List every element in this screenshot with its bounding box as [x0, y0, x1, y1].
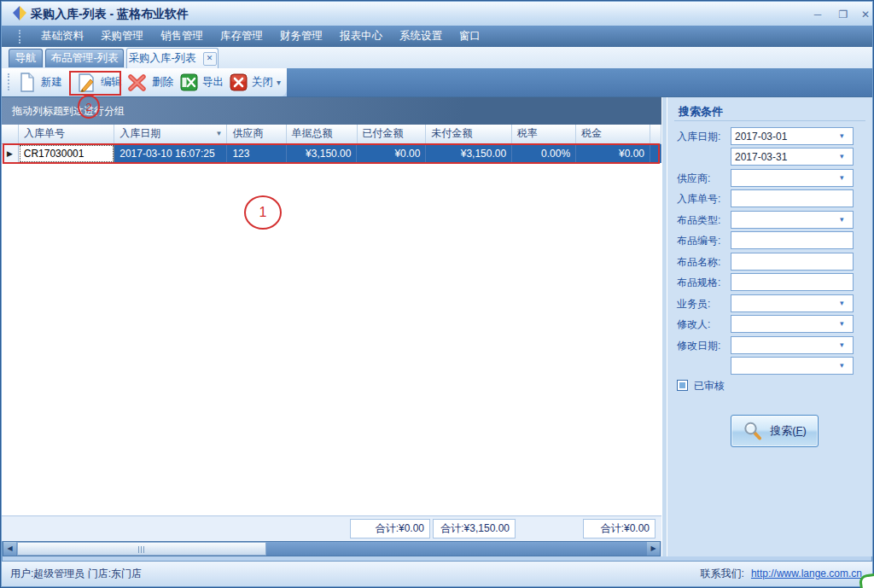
close-button[interactable]: ✕ — [855, 8, 874, 22]
chevron-down-icon[interactable]: ▾ — [840, 361, 844, 370]
column-header-doc-total[interactable]: 单据总额 — [287, 125, 358, 144]
cell-inbound-no[interactable]: CR17030001 — [19, 144, 114, 163]
fabric-spec-input[interactable] — [731, 273, 854, 291]
group-by-hint: 拖动列标题到这进行分组 — [12, 105, 125, 117]
close-view-button[interactable]: 关闭 — [227, 71, 276, 94]
contact-label: 联系我们: — [701, 562, 744, 586]
website-link[interactable]: http://www.lange.com.cn — [751, 562, 862, 586]
tab-navigation[interactable]: 导航 — [9, 49, 43, 67]
maximize-button[interactable]: ❐ — [833, 8, 854, 22]
column-label: 未付金额 — [431, 127, 472, 139]
field-label: 修改人: — [677, 317, 710, 332]
scroll-left-icon[interactable]: ◀ — [3, 542, 16, 556]
search-button-label: 搜索(F) — [770, 423, 807, 439]
menu-item-sales[interactable]: 销售管理 — [158, 27, 206, 45]
column-header-unpaid-amount[interactable]: 未付金额 — [426, 125, 512, 144]
field-fabric-spec: 布品规格: — [667, 273, 872, 291]
panel-splitter[interactable] — [661, 97, 667, 556]
modify-date-to-combo[interactable] — [731, 357, 854, 375]
field-fabric-code: 布品编号: — [667, 231, 872, 249]
grid-header-row: 入库单号 入库日期▼ 供应商 单据总额 已付金额 未付金额 税率 税金 — [2, 125, 661, 144]
menu-item-reports[interactable]: 报表中心 — [337, 27, 385, 45]
column-header-paid-amount[interactable]: 已付金额 — [358, 125, 427, 144]
inbound-date-to-combo[interactable] — [731, 148, 854, 166]
tab-fabric-list[interactable]: 布品管理-列表 — [45, 49, 124, 67]
table-row[interactable]: ▶ CR17030001 2017-03-10 16:07:25 123 ¥3,… — [2, 144, 661, 163]
menu-item-system-settings[interactable]: 系统设置 — [397, 27, 445, 45]
minimize-button[interactable]: ─ — [807, 8, 828, 22]
delete-button[interactable]: 删除 — [124, 71, 176, 94]
totals-strip: 合计:¥0.00 合计:¥3,150.00 合计:¥0.00 — [2, 515, 661, 541]
fabric-code-input[interactable] — [731, 231, 854, 249]
modifier-combo[interactable] — [731, 315, 854, 333]
header-indicator-cell — [2, 125, 19, 144]
column-label: 供应商 — [232, 127, 263, 139]
menu-item-purchase[interactable]: 采购管理 — [98, 27, 146, 45]
field-modify-date-from: 修改日期: ▾ — [667, 336, 872, 354]
edit-button-label: 编辑 — [101, 75, 122, 90]
export-button[interactable]: 导出 — [178, 71, 226, 94]
cell-paid-amount[interactable]: ¥0.00 — [357, 144, 426, 163]
total-paid-amount: 合计:¥0.00 — [350, 519, 430, 539]
cell-tax[interactable]: ¥0.00 — [576, 144, 650, 163]
supplier-combo[interactable] — [731, 169, 854, 187]
close-dropdown-icon[interactable]: ▾ — [277, 78, 281, 87]
salesperson-combo[interactable] — [731, 294, 854, 312]
field-audited: 已审核 — [667, 379, 872, 397]
tab-label: 布品管理-列表 — [50, 51, 118, 66]
chevron-down-icon[interactable]: ▾ — [840, 319, 844, 328]
audited-label: 已审核 — [694, 379, 725, 393]
scroll-right-icon[interactable]: ▶ — [647, 542, 660, 556]
column-header-supplier[interactable]: 供应商 — [227, 125, 286, 144]
cell-inbound-date[interactable]: 2017-03-10 16:07:25 — [114, 144, 227, 163]
chevron-down-icon[interactable]: ▾ — [840, 152, 844, 160]
group-by-bar[interactable]: 拖动列标题到这进行分组 — [2, 97, 661, 125]
tab-label: 采购入库-列表 — [128, 51, 195, 66]
search-icon — [743, 421, 763, 441]
chevron-down-icon[interactable]: ▾ — [840, 131, 844, 140]
menu-item-finance[interactable]: 财务管理 — [277, 27, 325, 45]
horizontal-scrollbar[interactable]: ◀ ▶ — [3, 541, 661, 556]
chevron-down-icon[interactable]: ▾ — [840, 341, 844, 349]
edit-pencil-icon — [76, 73, 96, 93]
column-header-tax-rate[interactable]: 税率 — [512, 125, 576, 144]
inbound-date-from-combo[interactable] — [731, 127, 854, 145]
column-header-inbound-no[interactable]: 入库单号 — [19, 125, 114, 144]
window-title: 采购入库-列表 - 蓝格布业软件 — [31, 7, 189, 22]
new-button[interactable]: 新建 — [15, 71, 65, 94]
audited-checkbox[interactable] — [677, 380, 688, 391]
search-button[interactable]: 搜索(F) — [731, 415, 819, 447]
fabric-type-combo[interactable] — [731, 211, 854, 229]
modify-date-from-combo[interactable] — [731, 336, 854, 354]
title-bar: 采购入库-列表 - 蓝格布业软件 ─ ❐ ✕ — [2, 2, 872, 26]
search-panel-title: 搜索条件 — [679, 104, 723, 119]
cell-supplier[interactable]: 123 — [227, 144, 286, 163]
column-header-tax[interactable]: 税金 — [576, 125, 650, 144]
menubar-grip — [19, 30, 23, 44]
edit-button[interactable]: 编辑 — [73, 71, 125, 94]
field-salesperson: 业务员: ▾ — [667, 294, 872, 312]
field-label: 布品编号: — [677, 234, 720, 248]
cell-unpaid-amount[interactable]: ¥3,150.00 — [426, 144, 512, 163]
chevron-down-icon[interactable]: ▾ — [840, 215, 844, 224]
cell-doc-total[interactable]: ¥3,150.00 — [287, 144, 358, 163]
chevron-down-icon[interactable]: ▾ — [840, 299, 844, 307]
column-header-inbound-date[interactable]: 入库日期▼ — [114, 125, 227, 144]
cell-tax-rate[interactable]: 0.00% — [512, 144, 576, 163]
field-inbound-date-to: ▾ — [667, 148, 872, 166]
column-label: 单据总额 — [292, 127, 333, 139]
tab-purchase-inbound-list[interactable]: 采购入库-列表 ✕ — [126, 48, 218, 68]
chevron-down-icon[interactable]: ▾ — [840, 173, 844, 182]
menu-item-base-data[interactable]: 基础资料 — [38, 27, 86, 45]
menu-item-inventory[interactable]: 库存管理 — [218, 27, 265, 45]
export-excel-icon — [180, 73, 198, 91]
field-label: 布品规格: — [677, 276, 720, 290]
delete-x-icon — [126, 73, 148, 93]
scrollbar-thumb[interactable] — [17, 542, 266, 556]
menu-item-window[interactable]: 窗口 — [457, 27, 483, 45]
grid-body — [2, 163, 661, 515]
tab-close-icon[interactable]: ✕ — [203, 52, 217, 66]
fabric-name-input[interactable] — [731, 253, 854, 271]
inbound-no-input[interactable] — [731, 189, 854, 207]
total-unpaid-amount: 合计:¥3,150.00 — [433, 519, 516, 539]
